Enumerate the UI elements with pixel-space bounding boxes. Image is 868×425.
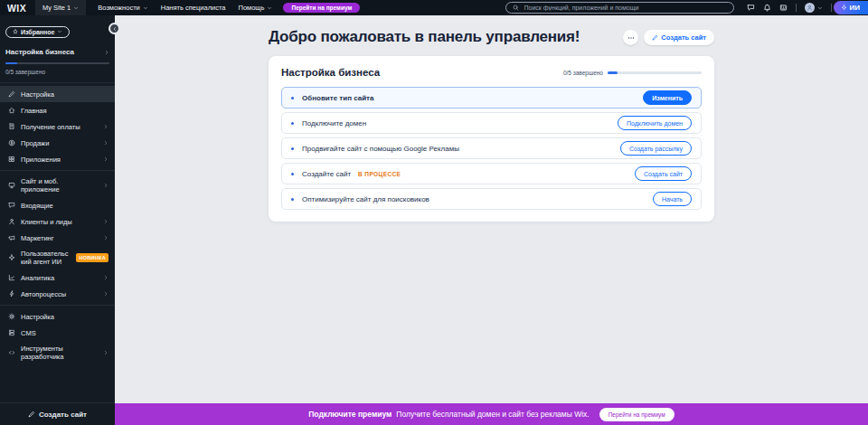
- new-badge: НОВИНКА: [76, 253, 108, 262]
- premium-banner-text: Получите бесплатный домен и сайт без рек…: [396, 410, 589, 419]
- chevron-right-icon: [103, 140, 108, 146]
- ellipsis-icon: [627, 34, 635, 42]
- bullet-dot: [291, 122, 294, 125]
- topbar-nav-item[interactable]: Возможности: [98, 4, 147, 12]
- account-menu[interactable]: [805, 3, 823, 13]
- chevron-right-icon: [103, 124, 108, 129]
- sidebar-item[interactable]: Аналитика: [0, 269, 115, 286]
- top-bar: WIX My Site 1 Возможности Нанять специал…: [0, 0, 868, 15]
- favorites-label: Избранное: [21, 29, 54, 35]
- chevron-right-icon: [104, 50, 109, 55]
- sidebar-item[interactable]: Сайт и моб. приложение: [0, 174, 115, 197]
- upgrade-premium-button[interactable]: Перейти на премиум: [283, 3, 360, 13]
- gear-icon: [8, 313, 15, 320]
- task-row[interactable]: Создайте сайт В ПРОЦЕССЕ Создать сайт: [281, 163, 702, 184]
- premium-banner: Подключите премиум Получите бесплатный д…: [115, 403, 868, 425]
- sidebar-item[interactable]: Продажи: [0, 135, 115, 151]
- analytics-icon: [8, 274, 15, 281]
- sidebar-setup-title: Настройка бизнеса: [5, 48, 74, 56]
- site-selector[interactable]: My Site 1: [35, 0, 86, 15]
- star-icon: [13, 29, 18, 34]
- search-input[interactable]: [523, 4, 727, 12]
- create-site-button[interactable]: Создать сайт: [644, 30, 714, 45]
- create-site-button-label: Создать сайт: [661, 33, 706, 42]
- apps-grid-icon[interactable]: [779, 4, 788, 12]
- chevron-down-icon: [73, 5, 79, 11]
- business-setup-card: Настройка бизнеса 0/5 завершено Обновите…: [269, 56, 714, 222]
- favorites-dropdown[interactable]: Избранное: [5, 26, 70, 38]
- person-icon: [807, 5, 813, 11]
- sidebar: Избранное Настройка бизнеса 0/5 завершен…: [0, 15, 115, 425]
- topbar-nav-item[interactable]: Нанять специалиста: [161, 4, 226, 12]
- ai-assistant-button[interactable]: ИИ: [834, 1, 868, 14]
- premium-banner-title: Подключите премиум: [308, 410, 392, 419]
- go-premium-button[interactable]: Перейти на премиум: [599, 408, 675, 421]
- sidebar-item[interactable]: Маркетинг: [0, 230, 115, 246]
- topbar-nav-item[interactable]: Помощь: [238, 4, 272, 12]
- task-action-button[interactable]: Подключить домен: [618, 116, 692, 130]
- dollar-icon: [8, 139, 15, 146]
- setup-progress-label: 0/5 завершено: [5, 69, 109, 75]
- sparkle-icon: [841, 5, 847, 11]
- card-progress-label: 0/5 завершено: [563, 70, 603, 76]
- chevron-down-icon: [267, 5, 272, 11]
- search-icon: [513, 5, 519, 11]
- notifications-bell-icon[interactable]: [763, 4, 771, 12]
- task-action-button[interactable]: Начать: [653, 192, 692, 206]
- task-row[interactable]: Обновите тип сайта Изменить: [281, 87, 702, 109]
- sidebar-item[interactable]: Настройка: [0, 86, 115, 102]
- sidebar-item[interactable]: CMS: [0, 325, 115, 341]
- task-row[interactable]: Подключите домен Подключить домен: [281, 112, 702, 134]
- sidebar-create-site-button[interactable]: Создать сайт: [0, 402, 115, 425]
- bullet-dot: [291, 198, 294, 201]
- chat-icon: [8, 202, 15, 209]
- more-actions-button[interactable]: [623, 30, 638, 45]
- sidebar-item[interactable]: Пользовательский агент ИИ НОВИНКА: [0, 246, 115, 269]
- sidebar-item[interactable]: Настройка: [0, 308, 115, 325]
- person-icon: [8, 218, 15, 225]
- task-action-button[interactable]: Создать сайт: [635, 166, 692, 181]
- sidebar-item[interactable]: Получение оплаты: [0, 118, 115, 135]
- chevron-down-icon: [57, 29, 62, 34]
- bullet-dot: [291, 147, 294, 150]
- divider: [831, 4, 832, 12]
- sidebar-nav: Настройка Главная Получение оплаты Прода…: [0, 83, 115, 367]
- task-action-button[interactable]: Изменить: [643, 90, 692, 105]
- sidebar-item[interactable]: Входящие: [0, 197, 115, 213]
- chevron-left-icon: [112, 26, 118, 32]
- sidebar-item[interactable]: Клиенты и лиды: [0, 213, 115, 230]
- sidebar-item[interactable]: Инструменты разработчика: [0, 341, 115, 364]
- card-title: Настройка бизнеса: [281, 67, 380, 78]
- monitor-icon: [8, 182, 15, 189]
- chevron-right-icon: [103, 219, 108, 224]
- task-list: Обновите тип сайта Изменить Подключите д…: [281, 87, 702, 210]
- task-row[interactable]: Оптимизируйте сайт для поисковиков Начат…: [281, 188, 702, 210]
- ai-button-label: ИИ: [850, 4, 861, 12]
- chevron-right-icon: [103, 183, 108, 188]
- task-action-button[interactable]: Создать рассылку: [620, 141, 692, 156]
- sidebar-item[interactable]: Автопроцессы: [0, 286, 115, 302]
- bolt-icon: [8, 290, 15, 298]
- chat-icon[interactable]: [747, 4, 755, 12]
- search-bar[interactable]: [505, 2, 734, 14]
- divider: [796, 4, 797, 12]
- pencil-icon: [8, 90, 15, 98]
- sidebar-item[interactable]: Приложения: [0, 151, 115, 167]
- sidebar-setup-section: Настройка бизнеса 0/5 завершено: [0, 38, 115, 83]
- pencil-icon: [28, 411, 35, 418]
- site-selector-label: My Site 1: [42, 4, 71, 12]
- pencil-icon: [652, 34, 658, 41]
- bullet-dot: [291, 97, 294, 99]
- megaphone-icon: [8, 234, 15, 241]
- chevron-right-icon: [103, 275, 108, 280]
- card-progress-bar: [608, 71, 702, 74]
- sidebar-collapse-button[interactable]: [108, 23, 120, 34]
- main-area: Добро пожаловать в панель управления! Со…: [115, 15, 868, 425]
- divider: [0, 170, 115, 171]
- sidebar-setup-link[interactable]: Настройка бизнеса: [5, 48, 109, 56]
- task-row[interactable]: Продвигайте сайт с помощью Google Реклам…: [281, 137, 702, 159]
- topbar-nav: Возможности Нанять специалиста Помощь: [91, 4, 278, 12]
- sidebar-item[interactable]: Главная: [0, 102, 115, 118]
- card-progress-fill: [608, 71, 618, 74]
- chevron-right-icon: [103, 350, 108, 355]
